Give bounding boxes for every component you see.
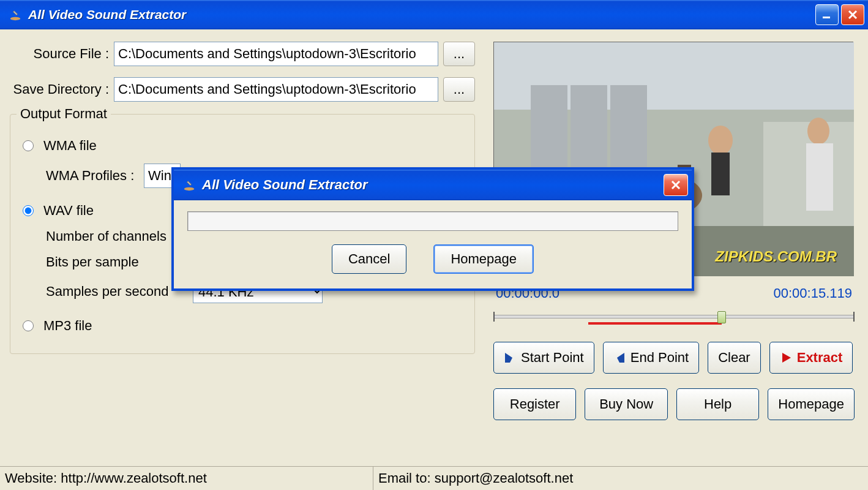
clear-button[interactable]: Clear [708,342,761,374]
source-file-input[interactable] [114,42,438,66]
svg-point-13 [807,118,829,145]
register-button[interactable]: Register [493,388,576,420]
buy-now-button[interactable]: Buy Now [585,388,667,420]
svg-point-15 [184,187,195,191]
dialog-cancel-button[interactable]: Cancel [332,244,406,274]
time-current: 00:00:15.119 [774,285,852,301]
app-icon [9,8,22,21]
save-directory-input[interactable] [114,77,438,102]
end-point-button[interactable]: End Point [603,342,699,374]
mp3-radio[interactable] [23,320,34,331]
channels-label: Number of channels [46,228,193,244]
svg-point-0 [10,17,21,20]
browse-save-button[interactable]: ... [443,77,475,102]
browse-source-button[interactable]: ... [443,42,475,66]
progress-bar [187,211,678,231]
mp3-label: MP3 file [43,318,92,334]
samples-label: Samples per second [46,284,193,300]
wav-label: WAV file [43,203,94,219]
svg-point-11 [708,126,733,155]
window-title: All Video Sound Extractor [28,7,186,22]
footer-email: Email to: support@zealotsoft.net [373,467,578,490]
dialog-app-icon [182,178,196,192]
dialog-homepage-button[interactable]: Homepage [433,244,534,274]
titlebar: All Video Sound Extractor [0,0,868,29]
wma-label: WMA file [43,138,97,154]
save-directory-label: Save Directory : [10,81,114,97]
seek-slider[interactable] [493,310,855,327]
svg-rect-14 [806,143,833,211]
preview-watermark: ZIPKIDS.COM.BR [715,248,837,265]
minimize-icon [821,9,832,20]
dialog-titlebar: All Video Sound Extractor [174,170,692,200]
play-icon [780,352,792,364]
wma-profiles-label: WMA Profiles : [46,168,144,184]
help-button[interactable]: Help [676,388,759,420]
footer: Website: http://www.zealotsoft.net Email… [0,466,868,490]
close-icon [670,179,681,190]
minimize-button[interactable] [815,4,839,25]
dialog-close-button[interactable] [664,174,688,196]
svg-rect-12 [711,153,730,195]
extract-button[interactable]: Extract [769,342,853,374]
footer-website: Website: http://www.zealotsoft.net [0,467,373,490]
start-point-button[interactable]: Start Point [493,342,594,374]
end-point-icon [613,352,626,364]
progress-dialog: All Video Sound Extractor Cancel Homepag… [171,167,694,291]
dialog-title: All Video Sound Extractor [202,177,368,193]
bits-label: Bits per sample [46,254,193,270]
wav-radio[interactable] [23,205,34,216]
close-button[interactable] [841,4,864,25]
start-point-icon [504,352,516,364]
source-file-label: Source File : [10,46,114,62]
close-icon [847,9,858,20]
wma-radio[interactable] [23,140,34,151]
homepage-button[interactable]: Homepage [768,388,855,420]
output-format-title: Output Format [17,106,111,122]
svg-rect-1 [823,17,830,18]
